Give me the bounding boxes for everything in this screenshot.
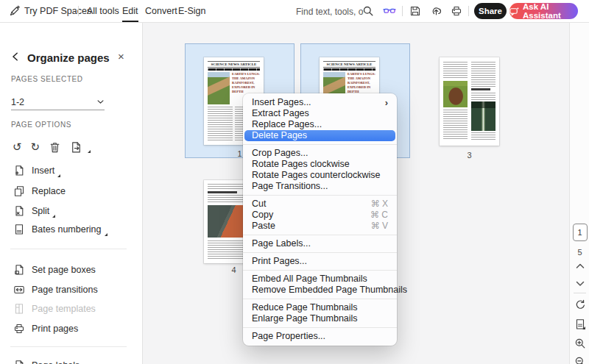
sidebar-item-split[interactable]: Split (13, 204, 55, 218)
redo-icon[interactable]: ↻ (31, 141, 40, 154)
newspaper-masthead: SCIENCE NEWS ARTICLE (323, 61, 375, 68)
total-pages-label: 5 (577, 248, 582, 257)
menu-separator (243, 252, 397, 253)
menu-item-paste[interactable]: Paste⌘ V (243, 221, 397, 232)
sidebar-item-page-transitions[interactable]: Page transitions (13, 282, 98, 297)
sidebar-item-insert[interactable]: Insert (13, 163, 60, 178)
zoom-in-icon[interactable] (570, 338, 589, 349)
menu-item-cut[interactable]: Cut⌘ X (243, 199, 397, 210)
menu-item-copy[interactable]: Copy⌘ C (243, 210, 397, 221)
sidebar-item-page-templates: Page templates (13, 301, 96, 316)
sidebar-divider (10, 346, 127, 347)
tab-all-tools[interactable]: All tools (87, 0, 119, 22)
undo-icon[interactable]: ↺ (13, 141, 22, 154)
sidebar-item-page-labels[interactable]: Page labels (13, 358, 80, 364)
previous-page-icon[interactable] (570, 263, 589, 269)
current-page-input[interactable] (573, 224, 588, 241)
rail-divider (574, 293, 586, 293)
tab-e-sign[interactable]: E-Sign (178, 0, 206, 22)
menu-item-page-properties[interactable]: Page Properties... (243, 331, 397, 342)
toolbar-divider (402, 6, 403, 16)
organize-pages-panel: Organize pages × PAGES SELECTED 1-2 PAGE… (0, 22, 143, 364)
next-page-icon[interactable] (570, 281, 589, 287)
liquid-mode-glasses-icon[interactable] (383, 5, 396, 17)
menu-item-embed-all-thumbnails[interactable]: Embed All Page Thumbnails (243, 274, 397, 285)
page-context-menu: Insert Pages...› Extract Pages Replace P… (243, 93, 397, 346)
menu-item-delete-pages[interactable]: Delete Pages (244, 130, 395, 141)
chevron-down-icon (96, 98, 105, 106)
newspaper-masthead: SCIENCE NEWS ARTICLE (208, 61, 260, 68)
menu-item-replace-pages[interactable]: Replace Pages... (243, 119, 397, 130)
page-3-label: 3 (440, 151, 499, 160)
page-options-label: PAGE OPTIONS (11, 121, 71, 129)
ai-chat-icon (509, 7, 519, 16)
menu-separator (243, 195, 397, 196)
pages-selected-label: PAGES SELECTED (11, 75, 83, 83)
menu-item-insert-pages[interactable]: Insert Pages...› (243, 97, 397, 108)
search-input[interactable] (294, 4, 365, 19)
extract-dropdown-corner (88, 150, 91, 153)
tab-convert[interactable]: Convert (145, 0, 177, 22)
panel-title: Organize pages (27, 51, 110, 64)
amazon-river-photo (208, 72, 230, 104)
sidebar-item-bates-numbering[interactable]: Bates numbering (13, 222, 107, 237)
sidebar-item-print-pages[interactable]: Print pages (13, 321, 78, 336)
page-tools-icon[interactable] (570, 318, 589, 330)
toolbar-divider (78, 6, 79, 16)
sidebar-divider (10, 249, 127, 249)
menu-item-crop-pages[interactable]: Crop Pages... (243, 148, 397, 159)
zoom-out-icon[interactable] (570, 356, 589, 364)
share-button[interactable]: Share (474, 3, 507, 19)
ask-ai-assistant-button[interactable]: Ask AI Assistant (509, 3, 578, 19)
delete-page-icon[interactable] (49, 141, 61, 154)
menu-separator (243, 327, 397, 328)
search-icon[interactable] (362, 5, 374, 17)
menu-item-page-labels[interactable]: Page Labels... (243, 238, 397, 249)
pdf-spaces-icon (9, 5, 21, 17)
sidebar-item-replace[interactable]: Replace (13, 184, 66, 199)
menu-item-enlarge-thumbnails[interactable]: Enlarge Page Thumbnails (243, 313, 397, 324)
right-rail: 5 (569, 22, 589, 364)
menu-separator (243, 270, 397, 271)
top-toolbar: Try PDF Spaces All tools Edit Convert E-… (0, 0, 589, 23)
back-icon[interactable] (10, 51, 21, 62)
print-icon[interactable] (451, 5, 462, 17)
sidebar-item-set-page-boxes[interactable]: Set page boxes (13, 263, 96, 277)
menu-separator (243, 235, 397, 235)
waterfall-photo (471, 101, 495, 131)
save-icon[interactable] (409, 5, 421, 17)
menu-item-page-transitions[interactable]: Page Transitions... (243, 181, 397, 192)
try-pdf-spaces-button[interactable]: Try PDF Spaces (24, 0, 91, 22)
submenu-arrow-icon: › (385, 97, 388, 108)
menu-item-rotate-clockwise[interactable]: Rotate Pages clockwise (243, 159, 397, 170)
extract-page-icon[interactable] (70, 141, 82, 154)
menu-separator (243, 144, 397, 145)
try-pdf-spaces-label: Try PDF Spaces (24, 6, 91, 16)
menu-separator (243, 299, 397, 299)
rotate-view-icon[interactable] (570, 299, 589, 310)
upload-cloud-icon[interactable] (430, 4, 442, 17)
menu-item-reduce-thumbnails[interactable]: Reduce Page Thumbnails (243, 302, 397, 313)
pages-selected-dropdown[interactable]: 1-2 (11, 94, 105, 110)
page-3-thumbnail[interactable] (440, 57, 499, 146)
menu-item-extract-pages[interactable]: Extract Pages (243, 108, 397, 119)
close-panel-icon[interactable]: × (118, 51, 124, 62)
cattle-photo (443, 81, 468, 107)
toolbar-divider (468, 6, 469, 16)
acrobat-app: Try PDF Spaces All tools Edit Convert E-… (0, 0, 589, 364)
menu-item-print-pages[interactable]: Print Pages... (243, 256, 397, 267)
menu-item-rotate-counterclockwise[interactable]: Rotate Pages counterclockwise (243, 170, 397, 181)
menu-item-remove-embedded-thumbnails[interactable]: Remove Embedded Page Thumbnails (243, 285, 397, 296)
tab-edit[interactable]: Edit (122, 0, 138, 22)
